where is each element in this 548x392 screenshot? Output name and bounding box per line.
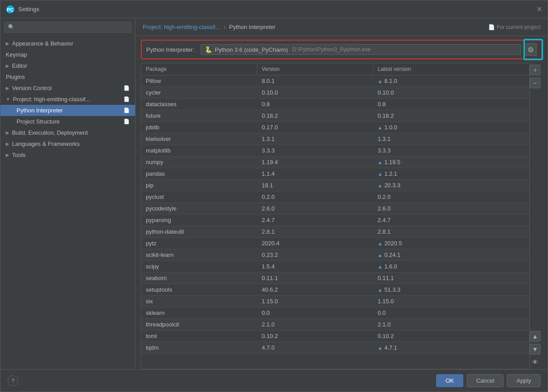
- table-row[interactable]: python-dateutil2.8.12.8.1: [141, 226, 529, 238]
- expand-arrow: ▶: [6, 86, 9, 91]
- package-name: pyclust: [141, 191, 257, 202]
- table-row[interactable]: kiwisolver1.3.11.3.1: [141, 133, 529, 145]
- upgrade-arrow: ▲: [378, 125, 383, 130]
- upgrade-arrow: ▲: [378, 241, 383, 246]
- sidebar-item-label: Appearance & Behavior: [12, 40, 73, 47]
- remove-package-button[interactable]: −: [530, 78, 540, 88]
- sidebar-item-label: Project: high-emitting-classif...: [13, 96, 90, 103]
- package-version: 0.2.0: [257, 191, 373, 202]
- package-latest: ▲ 8.1.0: [373, 75, 529, 87]
- gear-icon: ⚙: [527, 45, 534, 54]
- package-version: 2.8.1: [257, 226, 373, 237]
- package-latest: ▲ 51.3.3: [373, 284, 529, 295]
- table-row[interactable]: threadpoolctl2.1.02.1.0: [141, 319, 529, 330]
- sidebar-item-languages[interactable]: ▶ Languages & Frameworks: [0, 138, 135, 149]
- table-row[interactable]: scipy1.5.4▲ 1.6.0: [141, 261, 529, 272]
- sidebar-item-build[interactable]: ▶ Build, Execution, Deployment: [0, 127, 135, 138]
- footer: ? OK Cancel Apply: [0, 369, 548, 392]
- package-version: 1.1.4: [257, 168, 373, 179]
- table-row[interactable]: cycler0.10.00.10.0: [141, 87, 529, 99]
- table-row[interactable]: joblib0.17.0▲ 1.0.0: [141, 122, 529, 133]
- search-icon: 🔍: [8, 24, 15, 30]
- expand-arrow: ▶: [6, 141, 9, 146]
- package-name: seaborn: [141, 272, 257, 284]
- help-button[interactable]: ?: [8, 375, 18, 386]
- sidebar-item-appearance[interactable]: ▶ Appearance & Behavior: [0, 38, 135, 49]
- package-version: 2020.4: [257, 238, 373, 249]
- package-version: 8.0.1: [257, 75, 373, 87]
- sidebar-item-keymap[interactable]: Keymap: [0, 49, 135, 60]
- search-box[interactable]: 🔍: [4, 22, 132, 33]
- package-name: pip: [141, 180, 257, 191]
- doc-icon: 📄: [124, 107, 130, 113]
- table-row[interactable]: tqdm4.7.0▲ 4.7.1: [141, 342, 529, 354]
- interpreter-name: Python 3.6 (code_PyCharm): [215, 46, 288, 53]
- package-name: pycodestyle: [141, 203, 257, 214]
- table-row[interactable]: pytz2020.4▲ 2020.5: [141, 238, 529, 249]
- package-name: scikit-learn: [141, 249, 257, 260]
- table-row[interactable]: toml0.10.20.10.2: [141, 330, 529, 342]
- sidebar-item-tools[interactable]: ▶ Tools: [0, 149, 135, 161]
- eye-button[interactable]: 👁: [530, 357, 540, 367]
- package-version: 0.17.0: [257, 122, 373, 133]
- table-row[interactable]: dataclasses0.80.8: [141, 99, 529, 110]
- table-row[interactable]: pip18.1▲ 20.3.3: [141, 180, 529, 191]
- table-row[interactable]: seaborn0.11.10.11.1: [141, 272, 529, 284]
- breadcrumb-separator: ›: [223, 24, 225, 30]
- sidebar-item-version-control[interactable]: ▶ Version Control 📄: [0, 83, 135, 94]
- side-buttons: + − ▲ ▼ 👁: [530, 63, 542, 369]
- scroll-up-button[interactable]: ▲: [530, 331, 540, 342]
- table-row[interactable]: setuptools40.6.2▲ 51.3.3: [141, 284, 529, 296]
- table-row[interactable]: scikit-learn0.23.2▲ 0.24.1: [141, 249, 529, 261]
- package-version: 3.3.3: [257, 145, 373, 156]
- package-name: tqdm: [141, 342, 257, 353]
- cancel-button[interactable]: Cancel: [467, 374, 503, 387]
- package-name: toml: [141, 330, 257, 342]
- sidebar-item-python-interpreter[interactable]: Python Interpreter 📄: [0, 105, 135, 116]
- package-name: future: [141, 110, 257, 121]
- package-latest: ▲ 1.0.0: [373, 122, 529, 133]
- sidebar-item-label: Project Structure: [16, 118, 60, 125]
- table-row[interactable]: six1.15.01.15.0: [141, 296, 529, 307]
- ok-button[interactable]: OK: [436, 374, 463, 387]
- add-package-button[interactable]: +: [530, 65, 540, 75]
- sidebar-item-project-structure[interactable]: Project Structure 📄: [0, 116, 135, 127]
- table-row[interactable]: matplotlib3.3.33.3.3: [141, 145, 529, 157]
- package-name: sklearn: [141, 307, 257, 318]
- package-latest: 0.11.1: [373, 272, 529, 284]
- table-row[interactable]: pyclust0.2.00.2.0: [141, 191, 529, 203]
- breadcrumb-current: Python Interpreter: [229, 24, 276, 30]
- package-latest: 0.0: [373, 307, 529, 318]
- table-row[interactable]: Pillow8.0.1▲ 8.1.0: [141, 75, 529, 87]
- upgrade-arrow: ▲: [378, 78, 383, 84]
- search-input[interactable]: [17, 24, 128, 30]
- package-version: 0.10.0: [257, 87, 373, 98]
- sidebar-item-editor[interactable]: ▶ Editor: [0, 60, 135, 71]
- sidebar-item-plugins[interactable]: Plugins: [0, 71, 135, 83]
- table-row[interactable]: pycodestyle2.6.02.6.0: [141, 203, 529, 215]
- sidebar-item-label: Build, Execution, Deployment: [12, 129, 88, 136]
- breadcrumb-project[interactable]: Project: high-emitting-classif...: [143, 24, 220, 30]
- table-row[interactable]: pyparsing2.4.72.4.7: [141, 215, 529, 226]
- apply-button[interactable]: Apply: [507, 374, 540, 387]
- table-header: Package Version Latest version: [141, 63, 529, 75]
- table-body: Pillow8.0.1▲ 8.1.0cycler0.10.00.10.0data…: [141, 75, 529, 367]
- gear-button[interactable]: ⚙: [524, 43, 537, 56]
- interpreter-bar: Python Interpreter: 🐍 Python 3.6 (code_P…: [141, 40, 542, 59]
- table-row[interactable]: sklearn0.00.0: [141, 307, 529, 319]
- close-button[interactable]: ✕: [536, 5, 542, 13]
- package-name: pandas: [141, 168, 257, 179]
- main-panel: Project: high-emitting-classif... › Pyth…: [136, 18, 548, 369]
- app-icon: PC: [6, 5, 15, 14]
- package-version: 1.15.0: [257, 296, 373, 307]
- table-row[interactable]: numpy1.19.4▲ 1.19.5: [141, 157, 529, 168]
- package-latest: ▲ 1.6.0: [373, 261, 529, 272]
- package-latest: ▲ 1.2.1: [373, 168, 529, 179]
- upgrade-arrow: ▲: [378, 160, 383, 165]
- sidebar-item-project[interactable]: ▼ Project: high-emitting-classif... 📄: [0, 94, 135, 105]
- scroll-down-button[interactable]: ▼: [530, 344, 540, 355]
- sidebar: 🔍 ▶ Appearance & Behavior Keymap ▶ Edito…: [0, 18, 136, 369]
- table-row[interactable]: future0.18.20.18.2: [141, 110, 529, 122]
- table-row[interactable]: pandas1.1.4▲ 1.2.1: [141, 168, 529, 180]
- interpreter-select[interactable]: 🐍 Python 3.6 (code_PyCharm) D:\Python\Py…: [201, 44, 521, 55]
